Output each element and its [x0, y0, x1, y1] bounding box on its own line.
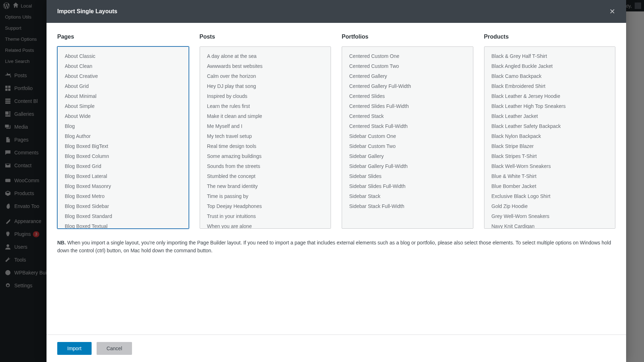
- list-option[interactable]: About Clean: [61, 61, 185, 71]
- posts-column: Posts A day alone at the seaAwwwards bes…: [200, 34, 331, 229]
- list-option[interactable]: Blog Boxed Grid: [61, 161, 185, 171]
- list-option[interactable]: Blog Boxed Lateral: [61, 171, 185, 181]
- list-option[interactable]: Black Angled Buckle Jacket: [488, 61, 612, 71]
- list-option[interactable]: Sidebar Custom One: [346, 131, 469, 141]
- list-option[interactable]: Sounds from the streets: [204, 161, 327, 171]
- list-option[interactable]: Blue Bomber Jacket: [488, 181, 612, 191]
- list-option[interactable]: Black Embroidered Shirt: [488, 81, 612, 91]
- list-option[interactable]: About Simple: [61, 101, 185, 111]
- list-option[interactable]: Black & Grey Half T-Shirt: [488, 51, 612, 61]
- list-option[interactable]: Me Myself and I: [204, 121, 327, 131]
- list-option[interactable]: Hey DJ play that song: [204, 81, 327, 91]
- list-option[interactable]: Blog Boxed BigText: [61, 141, 185, 151]
- list-option[interactable]: Blog Boxed Metro: [61, 191, 185, 201]
- list-option[interactable]: Centered Slides: [346, 91, 469, 101]
- list-option[interactable]: My tech travel setup: [204, 131, 327, 141]
- list-option[interactable]: Gold Zip Hoodie: [488, 201, 612, 211]
- list-option[interactable]: Black Leather Safety Backpack: [488, 121, 612, 131]
- list-option[interactable]: Centered Gallery: [346, 71, 469, 81]
- list-option[interactable]: Time is passing by: [204, 191, 327, 201]
- list-option[interactable]: Centered Custom Two: [346, 61, 469, 71]
- list-option[interactable]: About Grid: [61, 81, 185, 91]
- import-button[interactable]: Import: [57, 342, 92, 355]
- list-option[interactable]: Exclusive Black Logo Shirt: [488, 191, 612, 201]
- list-option[interactable]: Centered Stack: [346, 111, 469, 121]
- list-option[interactable]: When you are alone: [204, 221, 327, 229]
- list-option[interactable]: Black Leather & Jersey Hoodie: [488, 91, 612, 101]
- list-option[interactable]: Blog Author: [61, 131, 185, 141]
- pages-listbox[interactable]: About ClassicAbout CleanAbout CreativeAb…: [57, 46, 189, 229]
- pages-column: Pages About ClassicAbout CleanAbout Crea…: [57, 34, 189, 229]
- products-listbox[interactable]: Black & Grey Half T-ShirtBlack Angled Bu…: [484, 46, 616, 229]
- list-option[interactable]: Make it clean and simple: [204, 111, 327, 121]
- list-option[interactable]: Sidebar Stack Full-Width: [346, 201, 469, 211]
- modal-header: Import Single Layouts ✕: [47, 0, 626, 23]
- list-option[interactable]: Blue & White T-Shirt: [488, 171, 612, 181]
- note-label: NB.: [57, 240, 66, 246]
- modal-body: Pages About ClassicAbout CleanAbout Crea…: [47, 23, 626, 334]
- list-option[interactable]: Stumbled the concept: [204, 171, 327, 181]
- list-option[interactable]: About Classic: [61, 51, 185, 61]
- modal-title: Import Single Layouts: [57, 8, 117, 15]
- cancel-button[interactable]: Cancel: [97, 342, 132, 355]
- portfolios-heading: Portfolios: [342, 34, 473, 40]
- list-option[interactable]: Black Camo Backpack: [488, 71, 612, 81]
- note-text: NB. When you import a single layout, you…: [57, 239, 615, 255]
- list-option[interactable]: Black Well-Worn Sneakers: [488, 161, 612, 171]
- close-icon[interactable]: ✕: [609, 7, 615, 16]
- list-option[interactable]: About Creative: [61, 71, 185, 81]
- list-option[interactable]: Black Stripe Blazer: [488, 141, 612, 151]
- list-option[interactable]: Centered Slides Full-Width: [346, 101, 469, 111]
- import-single-layouts-modal: Import Single Layouts ✕ Pages About Clas…: [47, 0, 626, 362]
- list-option[interactable]: Blog Boxed Standard: [61, 211, 185, 221]
- list-option[interactable]: The new brand identity: [204, 181, 327, 191]
- list-option[interactable]: Blog Boxed Textual: [61, 221, 185, 229]
- list-option[interactable]: Black Nylon Backpack: [488, 131, 612, 141]
- list-option[interactable]: Trust in your intuitions: [204, 211, 327, 221]
- list-option[interactable]: Navy Knit Cardigan: [488, 221, 612, 229]
- list-option[interactable]: About Wide: [61, 111, 185, 121]
- list-option[interactable]: Real time design tools: [204, 141, 327, 151]
- list-option[interactable]: Awwwards best websites: [204, 61, 327, 71]
- list-option[interactable]: A day alone at the sea: [204, 51, 327, 61]
- list-option[interactable]: Blog Boxed Masonry: [61, 181, 185, 191]
- list-option[interactable]: Some amazing buildings: [204, 151, 327, 161]
- portfolios-listbox[interactable]: Centered Custom OneCentered Custom TwoCe…: [342, 46, 473, 229]
- products-column: Products Black & Grey Half T-ShirtBlack …: [484, 34, 616, 229]
- list-option[interactable]: Sidebar Slides Full-Width: [346, 181, 469, 191]
- pages-heading: Pages: [57, 34, 189, 40]
- list-option[interactable]: Blog: [61, 121, 185, 131]
- portfolios-column: Portfolios Centered Custom OneCentered C…: [342, 34, 473, 229]
- products-heading: Products: [484, 34, 616, 40]
- list-option[interactable]: Sidebar Gallery Full-Width: [346, 161, 469, 171]
- list-option[interactable]: Sidebar Custom Two: [346, 141, 469, 151]
- list-option[interactable]: Grey Well-Worn Sneakers: [488, 211, 612, 221]
- posts-listbox[interactable]: A day alone at the seaAwwwards best webs…: [200, 46, 331, 229]
- list-option[interactable]: Black Stripes T-Shirt: [488, 151, 612, 161]
- list-option[interactable]: Blog Boxed Sidebar: [61, 201, 185, 211]
- list-option[interactable]: Sidebar Stack: [346, 191, 469, 201]
- list-option[interactable]: Black Leather High Top Sneakers: [488, 101, 612, 111]
- list-option[interactable]: Sidebar Slides: [346, 171, 469, 181]
- list-option[interactable]: Inspired by clouds: [204, 91, 327, 101]
- modal-footer: Import Cancel: [47, 334, 626, 362]
- list-option[interactable]: Calm over the horizon: [204, 71, 327, 81]
- list-option[interactable]: Centered Gallery Full-Width: [346, 81, 469, 91]
- note-body: When you import a single layout, you're …: [57, 240, 611, 253]
- list-option[interactable]: Top Deejay Headphones: [204, 201, 327, 211]
- list-option[interactable]: Blog Boxed Column: [61, 151, 185, 161]
- list-option[interactable]: Black Leather Jacket: [488, 111, 612, 121]
- posts-heading: Posts: [200, 34, 331, 40]
- list-option[interactable]: Centered Custom One: [346, 51, 469, 61]
- list-option[interactable]: Centered Stack Full-Width: [346, 121, 469, 131]
- list-option[interactable]: Sidebar Gallery: [346, 151, 469, 161]
- list-option[interactable]: About Minimal: [61, 91, 185, 101]
- list-option[interactable]: Learn the rules first: [204, 101, 327, 111]
